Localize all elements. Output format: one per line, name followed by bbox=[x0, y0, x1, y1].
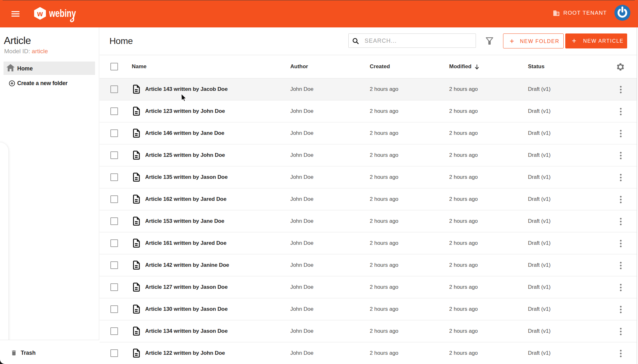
svg-text:webiny: webiny bbox=[49, 7, 76, 19]
